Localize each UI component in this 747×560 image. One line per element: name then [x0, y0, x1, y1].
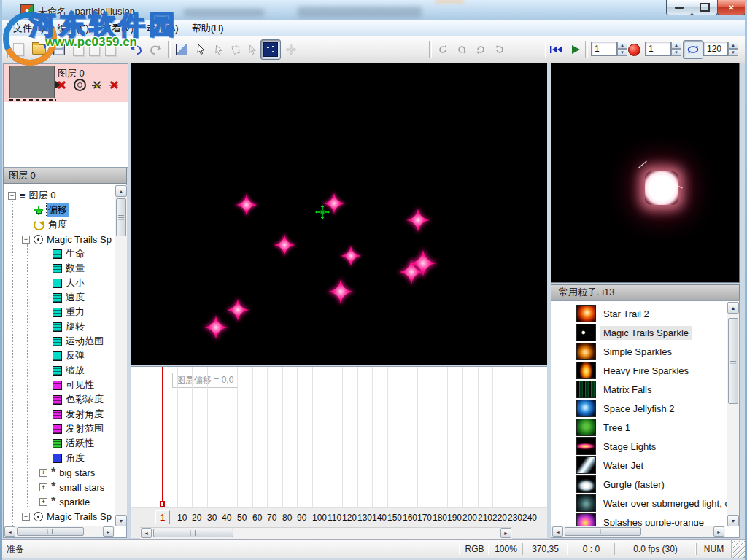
tree-item-速度[interactable]: 速度: [4, 290, 85, 305]
current-frame-spinner[interactable]: ▲▼: [617, 42, 627, 56]
start-frame-spinner[interactable]: ▲▼: [671, 42, 681, 56]
menu-item-帮助[interactable]: 帮助(H): [185, 20, 231, 36]
library-item-star-trail-2[interactable]: Star Trail 2: [553, 304, 727, 323]
edit-points-tool-button[interactable]: [244, 42, 260, 58]
tree-item-角度[interactable]: 角度: [4, 451, 85, 465]
library-item-heavy-fire-sparkles[interactable]: Heavy Fire Sparkles: [553, 361, 727, 380]
library-item-magic-trails-sparkle[interactable]: Magic Trails Sparkle: [553, 323, 727, 342]
tree-scroll-thumb[interactable]: [116, 198, 126, 236]
library-item-stage-lights[interactable]: Stage Lights: [553, 437, 727, 456]
library-item-splashes-purple-orange[interactable]: Splashes purple-orange: [553, 513, 727, 526]
collapse-toggle[interactable]: −: [22, 513, 30, 521]
current-frame-field[interactable]: 1: [591, 42, 617, 56]
library-item-matrix-falls[interactable]: Matrix Falls: [553, 380, 727, 399]
timeline-hscroll-thumb[interactable]: [153, 529, 233, 537]
spin-down-icon[interactable]: ▼: [671, 49, 681, 56]
hide-emitter-toggle[interactable]: [55, 79, 67, 91]
layer-header-bar[interactable]: 图层 0: [3, 168, 127, 184]
tree-item-活跃性[interactable]: 活跃性: [4, 436, 94, 451]
spin-up-icon[interactable]: ▲: [617, 42, 627, 49]
library-item-simple-sparkles[interactable]: Simple Sparkles: [553, 342, 727, 361]
tree-item-big-stars[interactable]: +*big stars: [4, 465, 95, 480]
tree-item-角度[interactable]: 角度: [4, 217, 67, 232]
end-frame-field[interactable]: 120: [703, 42, 728, 56]
scroll-left-button[interactable]: ◄: [552, 526, 563, 537]
spin-up-icon[interactable]: ▲: [728, 42, 738, 49]
timeline-ruler[interactable]: 1102030405060708090100110120130140150160…: [131, 508, 547, 527]
library-header-bar[interactable]: 常用粒子. i13: [551, 284, 740, 300]
menu-item-动作[interactable]: 动作(A): [140, 20, 185, 36]
tree-item-发射范围[interactable]: 发射范围: [4, 421, 104, 436]
stage-canvas[interactable]: [131, 63, 547, 365]
collapse-toggle[interactable]: −: [22, 236, 30, 244]
library-item-gurgle-faster-[interactable]: Gurgle (faster): [553, 475, 727, 494]
tree-item-图层-0[interactable]: −≡图层 0: [4, 188, 55, 203]
redo-button[interactable]: [147, 42, 163, 58]
library-item-water-jet[interactable]: Water Jet: [553, 456, 727, 475]
rotate-up-button[interactable]: [454, 42, 470, 58]
record-button[interactable]: [627, 43, 640, 56]
start-frame-field[interactable]: 1: [645, 42, 671, 56]
particle-view-toggle-active[interactable]: [260, 39, 281, 60]
spin-down-icon[interactable]: ▼: [617, 49, 627, 56]
close-button[interactable]: ✕: [717, 0, 746, 15]
tree-item-数量[interactable]: 数量: [4, 261, 85, 276]
duplicate-emitter-button[interactable]: [102, 42, 118, 58]
loop-toggle-pressed[interactable]: [683, 40, 703, 59]
open-button[interactable]: [31, 42, 47, 58]
library-item-space-jellyfish-2[interactable]: Space Jellyfish 2: [553, 399, 727, 418]
scroll-down-button[interactable]: ▼: [727, 515, 739, 526]
spin-up-icon[interactable]: ▲: [671, 42, 681, 49]
scroll-right-button[interactable]: ►: [500, 528, 511, 538]
tree-horizontal-scrollbar[interactable]: ◄ ►: [4, 526, 115, 537]
expand-toggle[interactable]: +: [39, 498, 47, 506]
tree-item-旋转[interactable]: 旋转: [4, 319, 85, 334]
add-emitter-tool-button[interactable]: [210, 42, 226, 58]
move-tool-button[interactable]: [283, 42, 299, 58]
resize-grip[interactable]: [731, 540, 745, 558]
library-horizontal-scrollbar[interactable]: ◄ ►: [551, 526, 725, 537]
polygon-tool-button[interactable]: [227, 42, 243, 58]
library-vertical-scrollbar[interactable]: ▲ ▼: [727, 302, 739, 526]
end-frame-spinner[interactable]: ▲▼: [728, 42, 738, 56]
playhead-marker[interactable]: [160, 501, 165, 508]
layer-strip-row[interactable]: 图层 0: [4, 64, 128, 102]
show-rings-toggle[interactable]: [74, 79, 86, 91]
library-item-water-over-submerged-light-o[interactable]: Water over submerged light, o: [553, 494, 727, 513]
maximize-button[interactable]: [692, 0, 718, 15]
tree-item-small-stars[interactable]: +*small stars: [4, 480, 104, 494]
tree-hscroll-thumb[interactable]: [17, 527, 84, 536]
scroll-right-button[interactable]: ►: [713, 526, 724, 537]
rotate-left-button[interactable]: [435, 42, 451, 58]
rotate-down-button[interactable]: [473, 42, 489, 58]
scroll-up-button[interactable]: ▲: [115, 185, 127, 197]
menu-item-编辑[interactable]: 编辑(E): [51, 20, 96, 36]
expand-toggle[interactable]: +: [39, 469, 47, 477]
tree-item-色彩浓度[interactable]: 色彩浓度: [4, 392, 104, 407]
layer-thumbnail[interactable]: [9, 66, 55, 98]
paste-emitter-button[interactable]: [86, 42, 102, 58]
tree-item-Magic-Trails-Sp[interactable]: −Magic Trails Sp: [4, 232, 112, 246]
rotate-right-button[interactable]: [492, 42, 508, 58]
library-item-tree-1[interactable]: Tree 1: [553, 418, 727, 437]
tree-item-发射角度[interactable]: 发射角度: [4, 407, 104, 421]
scroll-down-button[interactable]: ▼: [115, 515, 127, 526]
tree-item-反弹[interactable]: 反弹: [4, 349, 85, 363]
ruler-frame-1[interactable]: 1: [155, 510, 170, 524]
tree-vertical-scrollbar[interactable]: ▲ ▼: [115, 185, 127, 526]
library-hscroll-thumb[interactable]: [565, 527, 641, 536]
timeline-horizontal-scrollbar[interactable]: ◄ ►: [140, 527, 512, 539]
tree-item-运动范围[interactable]: 运动范围: [4, 334, 104, 349]
new-scene-button[interactable]: [10, 42, 26, 58]
scroll-left-button[interactable]: ◄: [4, 526, 15, 537]
tree-item-偏移[interactable]: 偏移: [4, 203, 69, 217]
tree-item-大小[interactable]: 大小: [4, 276, 85, 290]
collapse-toggle[interactable]: −: [8, 192, 16, 200]
library-scroll-thumb[interactable]: [728, 318, 738, 404]
stage-view-button[interactable]: [174, 42, 190, 58]
tree-item-缩放[interactable]: 缩放: [4, 363, 85, 378]
tree-item-重力[interactable]: 重力: [4, 305, 85, 319]
save-button[interactable]: [51, 42, 67, 58]
play-button[interactable]: [568, 42, 584, 58]
scroll-left-button[interactable]: ◄: [141, 528, 152, 538]
